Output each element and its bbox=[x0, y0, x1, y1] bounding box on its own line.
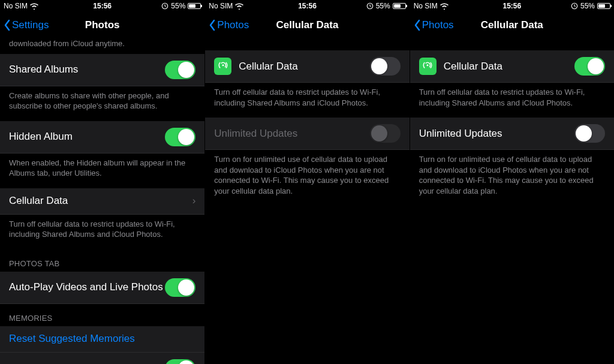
cellular-data-label: Cellular Data bbox=[9, 195, 68, 207]
back-button[interactable]: Photos bbox=[209, 19, 249, 31]
cellular-data-footer: Turn off cellular data to restrict updat… bbox=[410, 83, 614, 118]
hidden-album-label: Hidden Album bbox=[9, 131, 73, 143]
nav-bar: Settings Photos bbox=[0, 12, 204, 38]
autoplay-label: Auto-Play Videos and Live Photos bbox=[9, 281, 163, 293]
hidden-album-toggle[interactable] bbox=[165, 128, 195, 146]
hidden-album-cell[interactable]: Hidden Album bbox=[0, 121, 204, 154]
unlimited-updates-footer: Turn on for unlimited use of cellular da… bbox=[205, 150, 409, 206]
antenna-icon bbox=[419, 58, 437, 75]
back-button[interactable]: Photos bbox=[414, 19, 454, 31]
cellular-data-toggle[interactable] bbox=[574, 57, 605, 76]
unlimited-updates-label: Unlimited Updates bbox=[214, 128, 297, 140]
reset-memories-cell[interactable]: Reset Suggested Memories bbox=[0, 326, 204, 353]
shared-albums-cell[interactable]: Shared Albums bbox=[0, 54, 204, 86]
cellular-data-cell[interactable]: Cellular Data bbox=[410, 50, 614, 83]
screen-cellular-off: No SIM 15:56 55% Photos Cellular Data Ce… bbox=[204, 0, 409, 364]
battery-icon bbox=[188, 3, 201, 9]
truncated-footer-top: downloaded from iCloud anytime. bbox=[0, 38, 204, 54]
status-bar: No SIM 15:56 55% bbox=[205, 0, 409, 12]
cellular-data-label: Cellular Data bbox=[239, 61, 297, 73]
unlimited-updates-cell[interactable]: Unlimited Updates bbox=[410, 118, 614, 150]
battery-icon bbox=[393, 3, 406, 9]
cellular-data-footer: Turn off cellular data to restrict updat… bbox=[0, 215, 204, 249]
antenna-icon bbox=[214, 58, 231, 75]
autoplay-cell[interactable]: Auto-Play Videos and Live Photos bbox=[0, 272, 204, 304]
shared-albums-toggle[interactable] bbox=[165, 61, 195, 79]
screen-cellular-on: No SIM 15:56 55% Photos Cellular Data Ce… bbox=[410, 0, 614, 364]
battery-fill bbox=[189, 4, 195, 8]
holiday-cell[interactable]: Show Holiday Events bbox=[0, 353, 204, 364]
back-button[interactable]: Settings bbox=[4, 19, 49, 31]
clock: 15:56 bbox=[205, 2, 409, 10]
clock: 15:56 bbox=[0, 2, 204, 10]
chevron-left-icon bbox=[4, 19, 11, 31]
status-bar: No SIM 15:56 55% bbox=[0, 0, 204, 12]
back-label: Photos bbox=[422, 19, 454, 31]
chevron-right-icon: › bbox=[192, 195, 196, 207]
unlimited-updates-toggle bbox=[370, 124, 401, 143]
nav-bar: Photos Cellular Data bbox=[205, 12, 409, 38]
back-label: Photos bbox=[217, 19, 249, 31]
cellular-data-label: Cellular Data bbox=[444, 61, 502, 73]
unlimited-updates-toggle[interactable] bbox=[574, 124, 605, 143]
back-label: Settings bbox=[12, 19, 49, 31]
clock: 15:56 bbox=[410, 2, 614, 10]
cellular-data-toggle[interactable] bbox=[370, 57, 401, 76]
unlimited-updates-label: Unlimited Updates bbox=[419, 128, 502, 140]
screen-photos-settings: No SIM 15:56 55% Settings Photos downloa… bbox=[0, 0, 204, 364]
cellular-data-cell[interactable]: Cellular Data bbox=[205, 50, 409, 83]
reset-memories-label: Reset Suggested Memories bbox=[9, 333, 135, 345]
shared-albums-footer: Create albums to share with other people… bbox=[0, 86, 204, 121]
holiday-toggle[interactable] bbox=[165, 359, 195, 364]
autoplay-toggle[interactable] bbox=[165, 278, 195, 297]
cellular-data-cell[interactable]: Cellular Data › bbox=[0, 188, 204, 215]
memories-header: MEMORIES bbox=[0, 304, 204, 326]
shared-albums-label: Shared Albums bbox=[9, 64, 78, 76]
cellular-data-footer: Turn off cellular data to restrict updat… bbox=[205, 83, 409, 118]
nav-bar: Photos Cellular Data bbox=[410, 12, 614, 38]
hidden-album-footer: When enabled, the Hidden album will appe… bbox=[0, 154, 204, 188]
battery-fill bbox=[394, 4, 401, 8]
chevron-left-icon bbox=[414, 19, 421, 31]
battery-icon bbox=[597, 3, 610, 9]
unlimited-updates-cell: Unlimited Updates bbox=[205, 118, 409, 150]
battery-fill bbox=[598, 4, 605, 8]
photos-tab-header: PHOTOS TAB bbox=[0, 249, 204, 272]
chevron-left-icon bbox=[209, 19, 216, 31]
unlimited-updates-footer: Turn on for unlimited use of cellular da… bbox=[410, 150, 614, 206]
status-bar: No SIM 15:56 55% bbox=[410, 0, 614, 12]
